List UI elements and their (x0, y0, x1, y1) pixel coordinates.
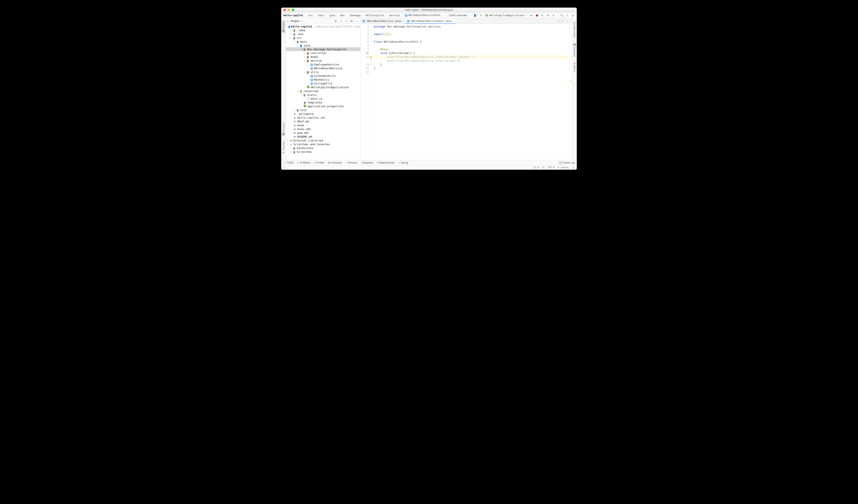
tree-item[interactable]: StringUtils (286, 81, 360, 85)
collapse-all-icon[interactable]: ≡ (344, 19, 349, 23)
editor-tab[interactable]: WhiteboardService.java × (361, 18, 405, 23)
tree-item[interactable]: ▤hello-copilot.iml (286, 116, 360, 119)
tree-root[interactable]: ▆hello-copilot~/dev/spring-boot/hello-co… (286, 25, 360, 28)
tree-item[interactable]: MathUtils (286, 78, 360, 81)
run-button[interactable]: ▶ (529, 13, 534, 18)
expand-all-icon[interactable]: ≡ (339, 19, 343, 23)
crumb[interactable]: java (329, 14, 336, 17)
tree-item[interactable]: ▆.idea (286, 28, 360, 32)
crumb[interactable]: danvega (349, 14, 361, 17)
crumb[interactable]: test (318, 14, 324, 17)
crumb[interactable]: service (388, 14, 400, 17)
crumb-class[interactable]: WhiteboardServiceTest (404, 14, 441, 17)
database-tool-tab[interactable]: Database (573, 42, 576, 58)
favorites-tool-tab[interactable]: ★Favorites (282, 140, 285, 155)
tree-item[interactable]: application.properties (286, 104, 360, 108)
crumb[interactable]: hellocopilot (365, 14, 384, 17)
fold-icon[interactable] (369, 63, 371, 66)
warning-marker[interactable] (570, 81, 572, 82)
dependencies-tool-button[interactable]: ≡Dependencies (376, 161, 395, 164)
update-available-icon[interactable]: ⬆ (565, 13, 570, 18)
line-separator[interactable]: LF (542, 166, 545, 169)
user-icon[interactable]: 👤▾ (473, 13, 478, 18)
profile-button[interactable]: ◔▾ (545, 13, 550, 18)
tool-windows-toggle-icon[interactable] (283, 166, 285, 169)
profiler-tool-button[interactable]: ◔Profiler (314, 161, 324, 164)
cursor-position[interactable]: 11:9 (533, 166, 539, 169)
tree-item[interactable]: CalendarUtils (286, 74, 360, 78)
tree-item[interactable]: JSmain.js (286, 97, 360, 100)
tree-item[interactable]: ▮▮External Libraries (286, 139, 360, 142)
jms-tool-button[interactable]: Jms Browser (328, 161, 342, 164)
search-everywhere-icon[interactable]: 🔍 (559, 13, 564, 18)
code-editor[interactable]: 1 2 3 6 7 8 9 10 11 12 13 14 package dev… (361, 24, 572, 160)
spring-tool-button[interactable]: ❧Spring (398, 161, 408, 164)
crumb[interactable]: src (308, 14, 313, 17)
run-with-coverage-button[interactable]: ⛨ (540, 13, 545, 18)
tree-item[interactable]: ▤.gitignore (286, 112, 360, 116)
tree-item[interactable]: ▆static (286, 93, 360, 97)
tree-item[interactable]: EmployeeService (286, 63, 360, 66)
endpoints-tool-button[interactable]: ↕Endpoints (360, 161, 373, 164)
tree-item[interactable]: ▆resources (286, 89, 360, 93)
readonly-lock-icon[interactable] (572, 166, 575, 169)
indent-setting[interactable]: 4 spaces (558, 166, 569, 169)
problems-tool-button[interactable]: ⊘Problems (297, 161, 311, 164)
close-tab-icon[interactable]: × (402, 20, 403, 22)
todo-tool-button[interactable]: ≔TODO (283, 161, 294, 164)
structure-tool-tab[interactable]: Structure (282, 121, 285, 137)
tree-item[interactable]: ◎Scratches and Consoles (286, 142, 360, 146)
run-config-selector[interactable]: HelloCopilotApplication ▼ (484, 13, 528, 18)
maximize-window-button[interactable] (292, 9, 294, 11)
jms-tool-tab[interactable]: Jms Messenger (573, 20, 576, 39)
project-tree[interactable]: ▆hello-copilot~/dev/spring-boot/hello-co… (286, 24, 360, 160)
chevron-down-icon[interactable]: ▼ (301, 20, 303, 22)
maven-tool-tab[interactable]: mMaven (573, 61, 576, 74)
tree-item[interactable]: ▆model (286, 55, 360, 59)
next-problem-icon[interactable]: ⌄ (567, 20, 568, 22)
code-content[interactable]: package dev.danvega.hellocopilot.service… (371, 24, 570, 160)
tree-item[interactable]: ▆utils (286, 70, 360, 74)
file-encoding[interactable]: UTF-8 (547, 166, 555, 169)
close-tab-icon[interactable]: × (452, 20, 454, 22)
tree-item[interactable]: ▆templates (286, 100, 360, 104)
tree-item[interactable]: ▆.mvn (286, 32, 360, 36)
locate-file-icon[interactable]: ⊕ (333, 19, 338, 23)
ide-scripting-icon[interactable]: ◗ (570, 13, 575, 18)
tree-item[interactable]: ▆java (286, 44, 360, 47)
editor-tab-active[interactable]: WhiteboardServiceTest.java × (405, 18, 456, 23)
tree-item[interactable]: ▆main (286, 40, 360, 44)
tree-item[interactable]: ▆Extensions (286, 146, 360, 150)
tree-item[interactable]: HelloCopilotApplication (286, 85, 360, 89)
stop-button[interactable]: ■ (551, 13, 556, 18)
hide-panel-icon[interactable]: — (354, 19, 359, 23)
tree-item[interactable]: mpom.xml (286, 131, 360, 135)
minimize-window-button[interactable] (288, 9, 290, 11)
settings-gear-icon[interactable]: ⚙▾ (349, 19, 354, 23)
crumb-method[interactable]: isPalindrome (448, 14, 467, 17)
analysis-stripe[interactable] (570, 24, 572, 160)
tree-item[interactable]: ▆controller (286, 51, 360, 55)
tree-item[interactable]: MDREADME.md (286, 135, 360, 139)
close-window-button[interactable] (283, 9, 286, 11)
tree-item[interactable]: ▤mvnw (286, 123, 360, 127)
inspection-summary[interactable]: 1 ⌃ ⌄ (559, 20, 568, 22)
tree-item[interactable]: MDHELP.md (286, 119, 360, 123)
terminal-tool-button[interactable]: ⌷Terminal (345, 161, 357, 164)
build-hammer-icon[interactable]: ⚒ (478, 13, 483, 18)
intention-bulb-icon[interactable] (369, 56, 372, 59)
run-test-gutter-icon[interactable] (366, 52, 368, 55)
crumb[interactable]: dev (340, 14, 345, 17)
tree-item-selected[interactable]: ▆dev.danvega.hellocopilot (286, 47, 360, 51)
tree-item[interactable]: ▆test (286, 108, 360, 112)
tree-item[interactable]: ▆service (286, 59, 360, 63)
run-class-gutter-icon[interactable] (366, 41, 368, 43)
tree-item[interactable]: ▆src (286, 36, 360, 40)
event-log-button[interactable]: 💬Event Log (559, 161, 575, 164)
crumb-project[interactable]: hello-copilot (283, 14, 304, 17)
tree-item[interactable]: WhiteboardService (286, 66, 360, 70)
debug-button[interactable]: 🐞 (535, 13, 539, 18)
project-tool-tab[interactable]: Project (282, 20, 285, 33)
tree-item[interactable]: ▤mvnw.cmd (286, 127, 360, 131)
tree-item[interactable]: ▆Scratches (286, 150, 360, 153)
